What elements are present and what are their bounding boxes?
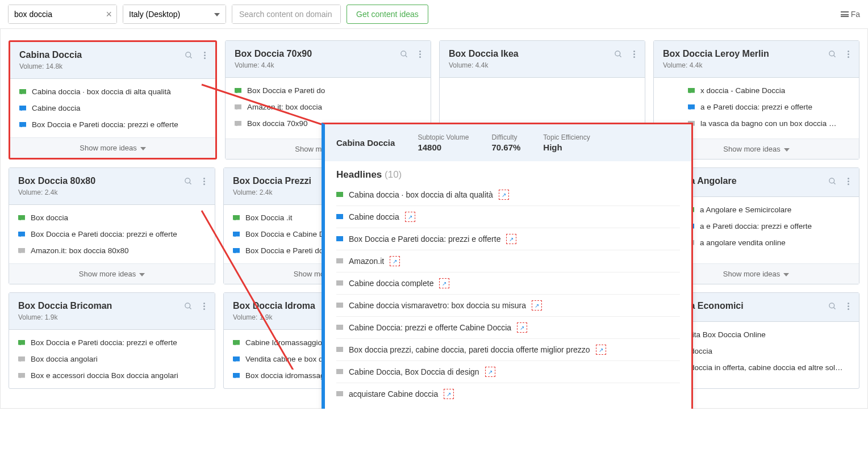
card-title[interactable]: Box Doccia Ikea (449, 49, 636, 59)
more-icon[interactable] (629, 49, 639, 59)
search-icon[interactable] (827, 176, 837, 186)
more-icon[interactable] (843, 301, 853, 311)
megaphone-icon (336, 368, 344, 375)
idea-text: Box Doccia e Pareti doccia: prezzi e off… (31, 230, 177, 238)
idea-row[interactable]: Box Doccia e Pareti doccia: prezzi e off… (9, 334, 215, 351)
idea-row[interactable]: Box doccia (9, 209, 215, 226)
svg-line-13 (833, 182, 835, 184)
card-volume: Volume: 14.8k (19, 62, 206, 70)
idea-row[interactable]: Box Doccia e Pareti do (226, 82, 431, 99)
show-more-button[interactable]: Show more ideas (9, 263, 215, 284)
headline-row[interactable]: Cabine Doccia: prezzi e offerte Cabine D… (336, 317, 680, 339)
more-icon[interactable] (199, 50, 210, 60)
megaphone-icon (18, 372, 26, 379)
domain-search-input[interactable] (232, 5, 340, 23)
idea-row[interactable]: Cabine doccia (10, 100, 215, 116)
megaphone-icon (688, 104, 696, 111)
card-title[interactable]: Box Doccia 70x90 (235, 49, 422, 59)
megaphone-icon (233, 248, 241, 254)
card-volume: Volume: 2.4k (18, 188, 206, 196)
more-icon[interactable] (199, 301, 209, 311)
search-icon[interactable] (183, 176, 193, 186)
megaphone-icon (336, 191, 344, 198)
headline-row[interactable]: Box Doccia e Pareti doccia: prezzi e off… (336, 228, 680, 250)
search-icon[interactable] (183, 50, 194, 60)
stat-block: Difficulty70.67% (491, 133, 520, 152)
card-header: Box Doccia Ikea Volume: 4.4k (440, 41, 645, 78)
megaphone-icon (19, 89, 27, 95)
card-title[interactable]: Cabina Doccia (19, 50, 206, 60)
headlines-label: Headlines (336, 169, 382, 180)
external-link-icon[interactable]: ↗ (532, 300, 542, 311)
megaphone-icon (19, 105, 27, 112)
card-header: Box Doccia 80x80 Volume: 2.4k (9, 168, 215, 205)
idea-text: Box Doccia .it (245, 213, 293, 222)
topic-card: Box Doccia 80x80 Volume: 2.4k Box doccia… (9, 167, 215, 284)
idea-text: Box e accessori doccia Box doccia angola… (31, 371, 178, 380)
idea-text: Cabina doccia · box doccia di alta quali… (32, 87, 171, 96)
card-title[interactable]: ia Angolare (687, 176, 850, 186)
idea-row[interactable]: Amazon.it: box doccia (226, 99, 431, 115)
idea-row[interactable]: a e Pareti doccia: prezzi e offerte (654, 99, 859, 115)
keyword-input[interactable] (9, 5, 116, 23)
idea-row[interactable]: Box doccia angolari (9, 351, 215, 367)
megaphone-icon (336, 258, 344, 265)
headline-row[interactable]: Cabine Doccia, Box Doccia di design↗ (336, 361, 680, 383)
external-link-icon[interactable]: ↗ (506, 234, 516, 244)
headline-row[interactable]: Box doccia prezzi, cabine doccia, pareti… (336, 339, 680, 361)
external-link-icon[interactable]: ↗ (499, 190, 509, 200)
idea-text: Box Doccia e Pareti doccia: prezzi e off… (32, 120, 178, 129)
external-link-icon[interactable]: ↗ (444, 389, 454, 399)
get-content-ideas-button[interactable]: Get content ideas (347, 5, 428, 24)
more-icon[interactable] (199, 176, 209, 186)
more-icon[interactable] (415, 49, 425, 59)
external-link-icon[interactable]: ↗ (596, 345, 606, 355)
headline-row[interactable]: acquistare Cabine doccia↗ (336, 383, 680, 405)
headline-row[interactable]: Cabine doccia vismaravetro: box doccia s… (336, 295, 680, 317)
external-link-icon[interactable]: ↗ (390, 256, 400, 266)
external-link-icon[interactable]: ↗ (439, 278, 449, 288)
card-title[interactable]: ia Economici (687, 301, 850, 311)
card-title[interactable]: Box Doccia Bricoman (18, 301, 206, 311)
clear-icon[interactable]: × (106, 9, 112, 20)
svg-line-7 (833, 55, 835, 57)
idea-text: Box Doccia e Pareti do (245, 246, 323, 255)
idea-row[interactable]: Cabina doccia · box doccia di alta quali… (10, 83, 215, 100)
idea-row[interactable]: Box Doccia e Pareti doccia: prezzi e off… (10, 116, 215, 133)
stat-label: Difficulty (491, 133, 520, 141)
search-icon[interactable] (183, 301, 193, 311)
idea-text: Box doccia in offerta, cabine doccia ed … (675, 363, 842, 372)
idea-row[interactable]: x doccia - Cabine Doccia (654, 82, 859, 99)
show-more-button[interactable]: Show more ideas (10, 137, 215, 158)
idea-row[interactable]: Amazon.it: box doccia 80x80 (9, 242, 215, 259)
megaphone-icon (336, 236, 344, 242)
external-link-icon[interactable]: ↗ (485, 367, 495, 377)
svg-point-14 (185, 303, 190, 308)
card-body: Cabina doccia · box doccia di alta quali… (10, 79, 215, 137)
headline-text: Box Doccia e Pareti doccia: prezzi e off… (349, 234, 500, 244)
search-icon[interactable] (613, 49, 623, 59)
idea-text: x doccia - Cabine Doccia (700, 86, 785, 95)
card-header: Box Doccia Leroy Merlin Volume: 4.4k (654, 41, 859, 78)
favorites-link[interactable]: Fa (841, 10, 860, 19)
idea-text: Cabine doccia (32, 104, 81, 112)
headline-row[interactable]: Cabina doccia · box doccia di alta quali… (336, 184, 680, 206)
search-icon[interactable] (827, 49, 837, 59)
headline-row[interactable]: Cabine doccia↗ (336, 206, 680, 228)
card-title[interactable]: Box Doccia 80x80 (18, 176, 206, 186)
card-title[interactable]: Box Doccia Leroy Merlin (663, 49, 850, 59)
headline-row[interactable]: Amazon.it↗ (336, 250, 680, 272)
headline-row[interactable]: Cabine doccia complete↗ (336, 272, 680, 295)
search-icon[interactable] (399, 49, 409, 59)
external-link-icon[interactable]: ↗ (405, 212, 415, 222)
svg-line-19 (833, 307, 835, 309)
idea-row[interactable]: Box e accessori doccia Box doccia angola… (9, 367, 215, 384)
country-select[interactable]: Italy (Desktop) (123, 5, 226, 23)
search-icon[interactable] (827, 301, 837, 311)
more-icon[interactable] (843, 49, 853, 59)
idea-row[interactable]: Box Doccia e Pareti doccia: prezzi e off… (9, 226, 215, 242)
more-icon[interactable] (843, 176, 853, 186)
card-volume: Volume: 1.9k (18, 313, 206, 321)
megaphone-icon (336, 391, 344, 397)
external-link-icon[interactable]: ↗ (517, 322, 527, 333)
